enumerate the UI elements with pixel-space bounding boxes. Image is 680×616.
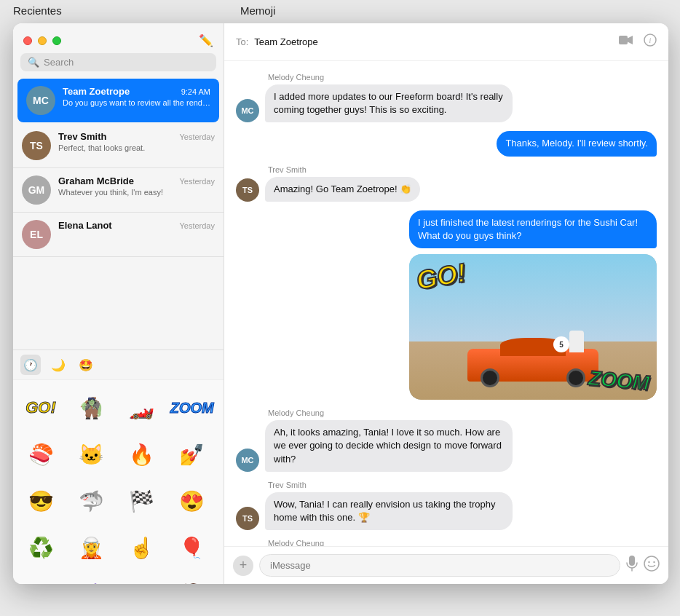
compose-icon[interactable]: ✏️ (199, 33, 213, 47)
sticker-tab-custom[interactable]: 🤩 (76, 355, 96, 375)
sticker-cat[interactable]: 🐱 (69, 433, 113, 476)
sender-label-trev-2: Trev Smith (268, 481, 657, 489)
msg-group-4: I just finished the latest renderings fo… (236, 210, 657, 400)
sticker-nailpaint[interactable]: 💅 (170, 433, 214, 476)
sticker-tabs: 🕐 🌙 🤩 (13, 350, 224, 380)
msg-group-1: Melody Cheung MC I added more updates to… (236, 73, 657, 122)
msg-row-5: MC Ah, it looks amazing, Tania! I love i… (236, 420, 657, 472)
sticker-foam-finger[interactable]: ☝️ (120, 526, 164, 569)
sender-label-melody-1: Melody Cheung (268, 73, 657, 82)
avatar-melody-cheung: MC (236, 99, 259, 122)
avatar-trev-smith: TS (22, 131, 51, 160)
sticker-hearteyes[interactable]: 😍 (170, 479, 214, 523)
conversation-item-elena-lanot[interactable]: EL Elena Lanot Yesterday (13, 213, 224, 257)
sticker-car[interactable]: 🚗 (120, 572, 164, 584)
sticker-tab-recents[interactable]: 🕐 (20, 355, 41, 375)
sticker-sushi[interactable]: 🍣 (19, 433, 63, 476)
sticker-memoji-girl[interactable]: 🧝 (69, 526, 113, 569)
sticker-shark[interactable]: 🦈 (69, 479, 113, 523)
sticker-tini[interactable]: Tini (19, 572, 63, 584)
msg-row-4: I just finished the latest renderings fo… (236, 210, 657, 248)
conv-time-graham-mcbride: Yesterday (179, 177, 215, 186)
chat-recipient-name: Team Zoetrope (254, 36, 613, 47)
chat-header: To: Team Zoetrope i (224, 23, 668, 61)
conversation-list: MC Team Zoetrope 9:24 AM Do you guys wan… (13, 77, 224, 350)
conv-name-graham-mcbride: Graham McBride (58, 175, 134, 186)
conv-header-elena: Elena Lanot Yesterday (58, 220, 215, 231)
sticker-fire[interactable]: 🔥 (120, 433, 164, 476)
sticker-tab-memoji[interactable]: 🌙 (48, 355, 68, 375)
sticker-memoji-person[interactable]: 🧑 (170, 572, 214, 584)
label-recientes: Recientes (13, 4, 62, 17)
svg-point-7 (653, 561, 655, 563)
conv-preview-graham-mcbride: Whatever you think, I'm easy! (58, 188, 215, 197)
message-input[interactable] (259, 554, 620, 577)
messages-area: Melody Cheung MC I added more updates to… (224, 61, 668, 546)
emoji-icon[interactable] (644, 556, 660, 575)
sticker-zoom[interactable]: ZOOM (170, 386, 214, 430)
msg-group-2: Thanks, Melody. I'll review shortly. (236, 131, 657, 156)
sticker-checkerboard[interactable]: 🏁 (120, 479, 164, 523)
svg-rect-0 (619, 36, 628, 44)
msg-row-6: TS Wow, Tania! I can really envision us … (236, 492, 657, 530)
sticker-monster[interactable]: 🧌 (69, 386, 113, 430)
conv-name-trev-smith: Trev Smith (58, 131, 106, 142)
avatar-melody-cheung-2: MC (236, 449, 259, 472)
sticker-grid: GO! 🧌 🏎️ ZOOM 🍣 🐱 🔥 💅 😎 🦈 🏁 😍 ♻️ 🧝 ☝️ 🎈 (13, 380, 224, 584)
conversation-item-graham-mcbride[interactable]: GM Graham McBride Yesterday Whatever you… (13, 168, 224, 213)
conv-header-trev: Trev Smith Yesterday (58, 131, 215, 142)
msg-group-3: Trev Smith TS Amazing! Go Team Zoetrope!… (236, 165, 657, 202)
conv-name-team-zoetrope: Team Zoetrope (63, 86, 130, 97)
conv-content-trev-smith: Trev Smith Yesterday Perfect, that looks… (58, 131, 215, 152)
sticker-go[interactable]: GO! (19, 386, 63, 430)
msg-group-7: Melody Cheung MC Do you guys want to rev… (236, 539, 657, 546)
bubble-msg2: Thanks, Melody. I'll review shortly. (497, 131, 657, 156)
search-icon: 🔍 (28, 57, 39, 68)
svg-rect-3 (629, 556, 635, 566)
conv-header: Team Zoetrope 9:24 AM (63, 86, 210, 97)
video-call-icon[interactable] (619, 33, 633, 50)
svg-text:i: i (649, 36, 652, 44)
conversation-item-team-zoetrope[interactable]: MC Team Zoetrope 9:24 AM Do you guys wan… (17, 79, 219, 122)
bubble-msg1: I added more updates to our Freeform boa… (265, 84, 513, 122)
msg-group-6: Trev Smith TS Wow, Tania! I can really e… (236, 481, 657, 530)
minimize-button[interactable] (38, 36, 47, 45)
chat-panel: To: Team Zoetrope i (224, 23, 668, 584)
sticker-coolface[interactable]: 😎 (19, 479, 63, 523)
search-bar[interactable]: 🔍 Search (20, 53, 216, 71)
msg-row-3: TS Amazing! Go Team Zoetrope! 👏 (236, 177, 657, 202)
sticker-recycle[interactable]: ♻️ (19, 526, 63, 569)
close-button[interactable] (23, 36, 32, 45)
sticker-panel: 🕐 🌙 🤩 GO! 🧌 🏎️ ZOOM 🍣 🐱 🔥 💅 😎 🦈 🏁 � (13, 350, 224, 584)
avatar-team-zoetrope: MC (26, 86, 55, 115)
conv-time-trev-smith: Yesterday (179, 133, 215, 141)
sticker-balloon[interactable]: 🎈 (170, 526, 214, 569)
sticker-bubbletea[interactable]: 🧋 (69, 572, 113, 584)
add-attachment-button[interactable]: + (233, 556, 253, 576)
sushi-car-image: 5 GO! ZOOM (409, 254, 657, 400)
titlebar: ✏️ (13, 23, 224, 53)
msg-group-5: Melody Cheung MC Ah, it looks amazing, T… (236, 408, 657, 472)
svg-point-5 (644, 556, 659, 571)
conv-time-team-zoetrope: 9:24 AM (181, 87, 210, 96)
maximize-button[interactable] (52, 36, 61, 45)
avatar-trev-smith-chat-2: TS (236, 507, 259, 530)
sender-label-trev-1: Trev Smith (268, 165, 657, 174)
messages-window: ✏️ 🔍 Search MC Team Zoetrope 9:24 AM Do … (13, 23, 668, 584)
conv-time-elena-lanot: Yesterday (179, 221, 215, 230)
sticker-racecar[interactable]: 🏎️ (120, 386, 164, 430)
msg-row-2: Thanks, Melody. I'll review shortly. (236, 131, 657, 156)
avatar-graham-mcbride: GM (22, 175, 51, 205)
bubble-msg4: I just finished the latest renderings fo… (409, 210, 657, 248)
bubble-msg6: Wow, Tania! I can really envision us tak… (265, 492, 513, 530)
audio-icon[interactable] (626, 556, 638, 575)
to-label: To: (236, 36, 248, 47)
avatar-elena-lanot: EL (22, 220, 51, 249)
conv-content-elena: Elena Lanot Yesterday (58, 220, 215, 232)
conv-header-graham: Graham McBride Yesterday (58, 175, 215, 186)
avatar-trev-smith-chat: TS (236, 178, 259, 202)
info-icon[interactable]: i (644, 33, 657, 50)
msg-row-1: MC I added more updates to our Freeform … (236, 84, 657, 122)
conversation-item-trev-smith[interactable]: TS Trev Smith Yesterday Perfect, that lo… (13, 124, 224, 168)
input-bar: + (224, 546, 668, 584)
